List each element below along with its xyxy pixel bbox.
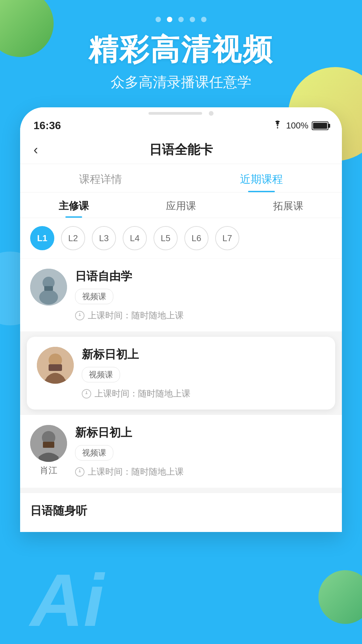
battery-icon	[312, 121, 328, 130]
course-name-4: 日语随身听	[30, 503, 332, 519]
course-tag-2: 视频课	[82, 367, 120, 382]
course-info-3: 新标日初上 视频课 上课时间：随时随地上课	[75, 425, 332, 478]
hero-subtitle: 众多高清录播课任意学	[0, 73, 362, 92]
level-l2[interactable]: L2	[61, 226, 85, 250]
tab-course-detail[interactable]: 课程详情	[20, 164, 181, 192]
course-info-1: 日语自由学 视频课 上课时间：随时随地上课	[75, 269, 332, 321]
course-name-3: 新标日初上	[75, 425, 332, 440]
status-bar: 16:36 100%	[20, 114, 342, 135]
teacher-col-1	[30, 269, 67, 306]
notch-pill	[148, 112, 202, 115]
subtab-applied[interactable]: 应用课	[127, 193, 235, 218]
course-time-1: 上课时间：随时随地上课	[75, 310, 332, 321]
teacher-col-3: 肖江	[30, 425, 67, 476]
svg-rect-10	[43, 442, 54, 448]
notch-dot	[209, 111, 214, 116]
hero-title: 精彩高清视频	[0, 34, 362, 66]
status-right: 100%	[272, 120, 329, 131]
course-tag-3: 视频课	[75, 445, 113, 461]
app-header: ‹ 日语全能卡	[20, 135, 342, 164]
page-title: 日语全能卡	[149, 141, 213, 158]
course-name-1: 日语自由学	[75, 269, 332, 284]
course-time-3: 上课时间：随时随地上课	[75, 466, 332, 478]
phone-notch	[20, 107, 342, 114]
course-tag-1: 视频课	[75, 289, 113, 304]
course-list: 日语自由学 视频课 上课时间：随时随地上课	[20, 259, 342, 527]
course-card-1[interactable]: 日语自由学 视频课 上课时间：随时随地上课	[20, 259, 342, 331]
level-l6[interactable]: L6	[184, 226, 208, 250]
course-name-2: 新标日初上	[82, 347, 325, 362]
status-time: 16:36	[34, 119, 61, 132]
dot-5[interactable]	[201, 17, 206, 22]
clock-icon-3	[75, 467, 84, 477]
course-card-4[interactable]: 日语随身听	[20, 493, 342, 527]
course-avatar-3	[30, 425, 67, 462]
back-button[interactable]: ‹	[34, 142, 38, 157]
course-info-4: 日语随身听	[30, 503, 332, 523]
course-card-3[interactable]: 肖江 新标日初上 视频课 上课时间：随时随地上课	[20, 415, 342, 488]
level-l5[interactable]: L5	[154, 226, 178, 250]
tab-recent-courses[interactable]: 近期课程	[181, 164, 342, 192]
clock-icon-1	[75, 311, 84, 320]
subtab-major[interactable]: 主修课	[20, 193, 127, 218]
dot-1[interactable]	[156, 17, 161, 22]
course-info-2: 新标日初上 视频课 上课时间：随时随地上课	[82, 347, 325, 399]
course-time-2: 上课时间：随时随地上课	[82, 388, 325, 399]
ai-logo-text: Ai	[30, 564, 104, 637]
battery-percent: 100%	[286, 120, 309, 131]
main-tabs: 课程详情 近期课程	[20, 164, 342, 193]
teacher-name-3: 肖江	[40, 462, 57, 476]
wifi-icon	[272, 120, 283, 131]
level-l7[interactable]: L7	[215, 226, 239, 250]
svg-rect-7	[49, 364, 62, 371]
course-card-2[interactable]: 新标日初上 视频课 上课时间：随时随地上课	[27, 337, 335, 410]
teacher-col-2	[37, 347, 74, 384]
svg-point-3	[39, 290, 58, 305]
dot-4[interactable]	[190, 17, 195, 22]
dot-3[interactable]	[178, 17, 184, 22]
sub-tabs: 主修课 应用课 拓展课	[20, 193, 342, 218]
hero-section: 精彩高清视频 众多高清录播课任意学	[0, 34, 362, 92]
svg-rect-4	[44, 286, 53, 291]
dot-2[interactable]	[167, 17, 172, 22]
level-l1[interactable]: L1	[30, 226, 54, 250]
svg-point-0	[277, 127, 278, 128]
course-avatar-1	[30, 269, 67, 306]
course-avatar-2	[37, 347, 74, 384]
subtab-extended[interactable]: 拓展课	[235, 193, 342, 218]
page-indicator	[0, 17, 362, 22]
level-pills: L1 L2 L3 L4 L5 L6 L7	[20, 218, 342, 259]
level-l4[interactable]: L4	[123, 226, 147, 250]
clock-icon-2	[82, 389, 91, 398]
level-l3[interactable]: L3	[92, 226, 116, 250]
phone-outer: 16:36 100% ‹ 日语全能卡	[20, 107, 342, 532]
ai-logo-area: Ai	[0, 557, 134, 644]
